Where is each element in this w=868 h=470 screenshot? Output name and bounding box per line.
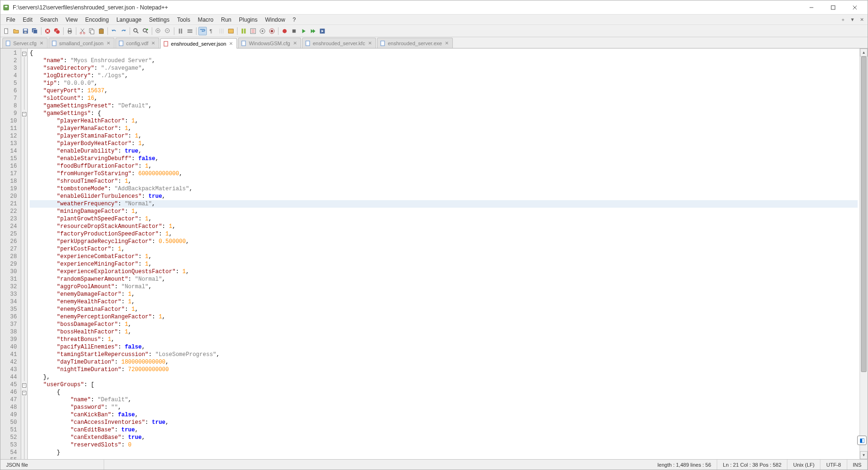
menu-?[interactable]: ? — [289, 16, 300, 24]
maximize-button[interactable] — [822, 0, 844, 15]
menu-edit[interactable]: Edit — [19, 16, 36, 24]
code-line[interactable]: "slotCount": 16, — [30, 95, 858, 102]
menu-tools[interactable]: Tools — [173, 16, 194, 24]
code-line[interactable]: "enableDurability": true, — [30, 147, 858, 155]
stop-macro-icon[interactable] — [290, 27, 298, 35]
tab-close-icon[interactable]: ✕ — [444, 41, 450, 46]
wordwrap-icon[interactable] — [198, 27, 207, 35]
scroll-down-button[interactable]: ▼ — [860, 451, 868, 459]
code-line[interactable]: "perkUpgradeRecyclingFactor": 0.500000, — [30, 238, 858, 245]
code-line[interactable]: "enemyDamageFactor": 1, — [30, 291, 858, 298]
tab-close-icon[interactable]: ✕ — [150, 41, 156, 46]
close-icon[interactable] — [43, 27, 52, 35]
code-line[interactable]: "tombstoneMode": "AddBackpackMaterials", — [30, 185, 858, 193]
code-line[interactable]: { — [30, 389, 858, 396]
code-line[interactable]: "ip": "0.0.0.0", — [30, 80, 858, 87]
copy-icon[interactable] — [88, 27, 96, 35]
tab-close-icon[interactable]: ✕ — [228, 41, 234, 47]
menu-file[interactable]: File — [2, 16, 19, 24]
func-list-icon[interactable] — [249, 27, 257, 35]
code-line[interactable]: "canEditBase": true, — [30, 426, 858, 434]
menu-search[interactable]: Search — [36, 16, 62, 24]
code-line[interactable]: "enableStarvingDebuff": false, — [30, 155, 858, 162]
menu-settings[interactable]: Settings — [145, 16, 173, 24]
tab-config-vdf[interactable]: config.vdf✕ — [115, 38, 159, 48]
code-line[interactable]: } — [30, 449, 858, 456]
save-icon[interactable] — [21, 27, 30, 35]
code-line[interactable]: "aggroPoolAmount": "Normal", — [30, 283, 858, 291]
record-macro-icon[interactable] — [280, 27, 289, 35]
code-line[interactable]: "bossDamageFactor": 1, — [30, 321, 858, 328]
code-line[interactable]: "playerManaFactor": 1, — [30, 125, 858, 132]
code-line[interactable]: "canKickBan": false, — [30, 411, 858, 419]
add-button[interactable]: ＋ — [839, 16, 847, 24]
code-line[interactable]: "logDirectory": "./logs", — [30, 72, 858, 80]
replace-icon[interactable] — [141, 27, 150, 35]
code-line[interactable]: "randomSpawnerAmount": "Normal", — [30, 276, 858, 283]
cut-icon[interactable] — [78, 27, 87, 35]
menu-plugins[interactable]: Plugins — [235, 16, 261, 24]
new-file-icon[interactable] — [2, 27, 11, 35]
code-line[interactable]: "name": "Default", — [30, 396, 858, 404]
doclist-toggle-icon[interactable]: ◧ — [857, 436, 867, 445]
status-insert-mode[interactable]: INS — [847, 460, 868, 470]
dropdown-button[interactable]: ▼ — [849, 16, 856, 24]
code-line[interactable]: "experienceCombatFactor": 1, — [30, 253, 858, 260]
code-line[interactable]: "enemyPerceptionRangeFactor": 1, — [30, 313, 858, 321]
code-line[interactable]: "bossHealthFactor": 1, — [30, 328, 858, 336]
fold-toggle-icon[interactable]: − — [22, 383, 26, 388]
monitoring-icon[interactable] — [268, 27, 276, 35]
code-line[interactable]: "reservedSlots": 0 — [30, 441, 858, 449]
lang-icon[interactable] — [227, 27, 235, 35]
code-line[interactable]: "name": "Myos Enshrouded Server", — [30, 57, 858, 65]
code-line[interactable]: "plantGrowthSpeedFactor": 1, — [30, 215, 858, 223]
show-all-chars-icon[interactable]: ¶ — [208, 27, 216, 35]
code-line[interactable]: "gameSettingsPreset": "Default", — [30, 102, 858, 110]
redo-icon[interactable] — [119, 27, 128, 35]
code-line[interactable]: "queryPort": 15637, — [30, 87, 858, 95]
doc-map-icon[interactable] — [239, 27, 248, 35]
menu-run[interactable]: Run — [217, 16, 235, 24]
tab-enshrouded-server-kfc[interactable]: enshrouded_server.kfc✕ — [302, 38, 376, 48]
code-area[interactable]: { "name": "Myos Enshrouded Server", "sav… — [28, 49, 860, 459]
fold-toggle-icon[interactable]: − — [22, 391, 26, 395]
tab-close-icon[interactable]: ✕ — [367, 41, 373, 46]
scroll-thumb[interactable] — [861, 57, 867, 372]
code-line[interactable]: "playerHealthFactor": 1, — [30, 117, 858, 125]
paste-icon[interactable] — [97, 27, 106, 35]
sync-v-icon[interactable] — [176, 27, 185, 35]
code-line[interactable]: "userGroups": [ — [30, 381, 858, 389]
tab-server-cfg[interactable]: Server.cfg✕ — [2, 38, 48, 48]
print-icon[interactable] — [66, 27, 74, 35]
code-line[interactable]: "canExtendBase": true, — [30, 434, 858, 441]
menu-encoding[interactable]: Encoding — [82, 16, 113, 24]
code-line[interactable]: "playerBodyHeatFactor": 1, — [30, 140, 858, 147]
indent-guide-icon[interactable] — [217, 27, 226, 35]
menu-window[interactable]: Window — [261, 16, 289, 24]
code-line[interactable]: "pacifyAllEnemies": false, — [30, 343, 858, 351]
zoom-in-icon[interactable] — [154, 27, 163, 35]
status-eol[interactable]: Unix (LF) — [787, 460, 820, 470]
scroll-track[interactable] — [860, 57, 868, 451]
minimize-button[interactable] — [801, 0, 822, 15]
close-tab-button[interactable]: ✕ — [858, 16, 866, 24]
code-line[interactable]: "enemyStaminaFactor": 1, — [30, 306, 858, 313]
sync-h-icon[interactable] — [186, 27, 194, 35]
code-line[interactable]: "dayTimeDuration": 1800000000000, — [30, 358, 858, 366]
folder-view-icon[interactable] — [258, 27, 267, 35]
code-line[interactable]: "perkCostFactor": 1, — [30, 245, 858, 253]
save-macro-icon[interactable] — [318, 27, 327, 35]
menu-macro[interactable]: Macro — [194, 16, 217, 24]
fold-margin[interactable]: −−−− — [21, 49, 28, 459]
vertical-scrollbar[interactable]: ▲ ▼ — [860, 49, 868, 459]
open-file-icon[interactable] — [12, 27, 20, 35]
menu-view[interactable]: View — [62, 16, 82, 24]
code-line[interactable]: { — [30, 49, 858, 57]
tab-smalland-conf-json[interactable]: smalland_conf.json✕ — [49, 38, 115, 48]
code-line[interactable]: "threatBonus": 1, — [30, 336, 858, 343]
code-line[interactable]: "factoryProductionSpeedFactor": 1, — [30, 230, 858, 238]
close-button[interactable] — [844, 0, 866, 15]
status-encoding[interactable]: UTF-8 — [820, 460, 847, 470]
editor[interactable]: 1234567891011121314151617181920212223242… — [0, 49, 868, 459]
code-line[interactable]: "saveDirectory": "./savegame", — [30, 65, 858, 72]
